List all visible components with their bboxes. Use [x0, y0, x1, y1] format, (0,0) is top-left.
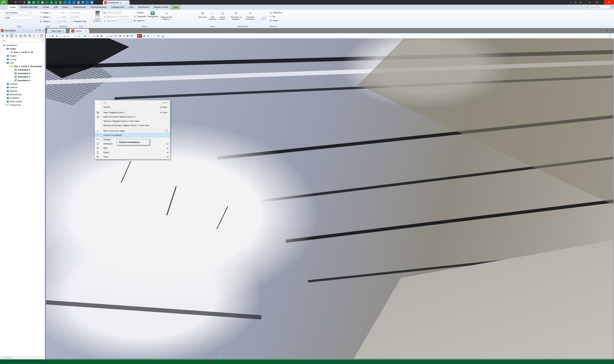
- ribbon-tab-maptek-extend[interactable]: Maptek Extend: [152, 5, 171, 10]
- saved-views-button[interactable]: ❏ Saved Views ▼: [218, 11, 227, 25]
- sidebar-scroll-edge[interactable]: [44, 28, 45, 182]
- polygon-crop-button[interactable]: ◇Polygon Crop: [71, 19, 91, 24]
- app-tab-pointstudio[interactable]: PointStudio ✕: [103, 0, 130, 5]
- tab-start-page[interactable]: ⌂ Start Page ✕: [47, 29, 66, 33]
- tree-item-annotations[interactable]: Annotations: [0, 43, 44, 47]
- menu-item-extract-annotations[interactable]: Extract Annotations: [95, 133, 170, 137]
- green-grid-icon[interactable]: ▦: [118, 34, 122, 38]
- window-frame-icon[interactable]: ▣▼: [126, 34, 130, 38]
- orbit-icon[interactable]: ◉: [123, 34, 126, 38]
- filter-input[interactable]: Filter: [1, 39, 44, 42]
- panel-close-icon[interactable]: ✕: [42, 29, 44, 32]
- clip-plane-icon[interactable]: ▱: [67, 34, 71, 38]
- freehand-transform-button[interactable]: ↻ Freehand Transform ▼: [244, 11, 257, 25]
- calculator-tool-icon[interactable]: ▩: [41, 0, 44, 4]
- select-line-icon[interactable]: [14, 33, 18, 38]
- select-points-icon[interactable]: [10, 33, 14, 38]
- tree-item-scans[interactable]: ▼scans: [0, 47, 44, 51]
- survey-tool-icon[interactable]: ♀: [63, 0, 67, 4]
- report-tool-icon[interactable]: ▤: [32, 0, 36, 4]
- select-lasso-icon[interactable]: [32, 33, 36, 38]
- tree-item-surfaces[interactable]: surfaces: [0, 82, 44, 86]
- opacity-slider[interactable]: [114, 16, 126, 17]
- pattern-select-icon[interactable]: [40, 33, 44, 38]
- panel-menu-icon[interactable]: ▼: [36, 29, 37, 32]
- export-button[interactable]: ⇱Export▼: [40, 15, 56, 19]
- menu-item-view-scan-from-origin[interactable]: View Scan from OriginO: [95, 129, 170, 133]
- crop-button[interactable]: ⊡Crop: [71, 15, 91, 19]
- section-ellipse-icon[interactable]: ◎▼: [110, 34, 114, 38]
- new-view-button[interactable]: ⊞ New View: [198, 11, 207, 25]
- paste-button[interactable]: ▤Paste: [58, 19, 69, 24]
- tab-close-icon[interactable]: ✕: [62, 30, 64, 32]
- app-tab-close-icon[interactable]: ✕: [120, 1, 122, 4]
- menu-item-remove-maptek-scans-1-from-view[interactable]: Remove "Maptek Scans 1" from View: [95, 119, 170, 123]
- select-cube-icon[interactable]: [28, 33, 32, 38]
- ribbon-tab-query[interactable]: Query: [60, 5, 71, 10]
- set-centre-rotation-button[interactable]: ✥ Set Centre of Rotation: [229, 11, 243, 25]
- threshold-button[interactable]: ⇅Threshold: [133, 15, 146, 18]
- filter-funnel-icon[interactable]: [41, 39, 43, 42]
- menu-item-remove-all-except-maptek-scans-1-from-view[interactable]: Remove All Except "Maptek Scans 1" from …: [95, 123, 170, 128]
- tab-close-icon[interactable]: ✕: [85, 30, 87, 32]
- project-explorer-icon[interactable]: ▦: [27, 0, 31, 4]
- selection-box-icon[interactable]: ▨: [78, 34, 81, 38]
- ribbon-tab-underground[interactable]: Underground: [109, 5, 126, 10]
- tree-item-survey[interactable]: survey: [0, 57, 44, 61]
- copy-button[interactable]: ▱Copy: [58, 15, 69, 19]
- tree-item-annotation-1[interactable]: Annotation 1: [0, 68, 44, 72]
- image-tool-icon[interactable]: ▲: [50, 0, 53, 4]
- invert-selection-button[interactable]: ▞Invert: [269, 19, 283, 22]
- import-data-icon[interactable]: ↓: [45, 0, 49, 4]
- colour-scheme-button[interactable]: Colour Scheme ▼: [93, 11, 102, 25]
- ribbon-tab-view[interactable]: View: [171, 5, 180, 10]
- select-rect-icon[interactable]: [23, 33, 27, 38]
- menu-item-edit[interactable]: Edit▶: [95, 146, 170, 150]
- flag-tool-icon[interactable]: ⚑: [81, 0, 85, 4]
- pin-icon[interactable]: [39, 29, 41, 32]
- project-button[interactable]: ▤Project▼: [40, 19, 56, 24]
- centre-axes-icon[interactable]: ↕: [59, 34, 63, 38]
- snap-mode-icon[interactable]: ✳: [73, 34, 77, 38]
- grid-icon[interactable]: ▦: [100, 34, 103, 38]
- console-icon[interactable]: >_: [85, 0, 89, 4]
- tree-item-annotation-4[interactable]: Annotation 4: [0, 78, 44, 82]
- lighting-icon[interactable]: ●▼: [88, 34, 91, 38]
- menu-item-cancel[interactable]: CancelEscape: [95, 105, 170, 109]
- annotate-grid-icon[interactable]: ▤▼: [114, 34, 118, 38]
- redo-icon[interactable]: ↷: [18, 0, 22, 4]
- select-by-button[interactable]: ◪Select By▼: [269, 11, 283, 14]
- tree-expand-icon[interactable]: ▼: [4, 62, 6, 64]
- distance-from-objects-button[interactable]: ∞ Distance from Objects ▼: [160, 11, 173, 25]
- legend-button[interactable]: ▦Legend▼: [133, 19, 146, 22]
- tab-scans[interactable]: /scans, ... ✕: [70, 29, 89, 33]
- linestyle-select[interactable]: Solid▼: [4, 16, 36, 19]
- graded-button[interactable]: ↕Graded: [133, 11, 146, 14]
- text-tool-icon[interactable]: A: [54, 0, 58, 4]
- tree-expand-icon[interactable]: ▼: [4, 48, 6, 50]
- zoom-data-icon[interactable]: ▣: [55, 34, 58, 38]
- tree-expand-icon[interactable]: ▼: [8, 65, 10, 67]
- ribbon-tab-home[interactable]: Home: [7, 5, 18, 10]
- thickness-select[interactable]: 1px Thickness▼: [4, 11, 32, 14]
- sync-icon[interactable]: ↻: [23, 0, 27, 4]
- document-tool-icon[interactable]: ▯: [72, 0, 76, 4]
- tree-item-block-models[interactable]: block models: [0, 100, 44, 103]
- task-list-icon[interactable]: ≡: [36, 0, 40, 4]
- console-window-icon[interactable]: ▣: [90, 0, 94, 4]
- menu-item-view[interactable]: View▶: [95, 155, 170, 159]
- apps-grid-icon[interactable]: ▦: [76, 0, 80, 4]
- smart-select-button[interactable]: ∴∵ Smart Select ▼: [259, 11, 268, 25]
- select-lasso-dropdown-icon[interactable]: ▼: [37, 35, 38, 36]
- tree-item-test-1-1xc2l-f-04-annotati-[interactable]: ▼Test_1_1xC2L-F_04 annotati..: [0, 65, 44, 68]
- pan-hand-icon[interactable]: [1, 33, 5, 38]
- ribbon-tab-position-and-filter[interactable]: Position and Filter: [18, 5, 40, 10]
- photographic-button[interactable]: ▲ Photographic ▼: [147, 11, 158, 25]
- import-button[interactable]: ⇲Import▼: [40, 11, 56, 15]
- ribbon-tab-labs[interactable]: Labs: [126, 5, 136, 10]
- solids-tool-icon[interactable]: ◇: [68, 0, 71, 4]
- camera-view-icon[interactable]: ◉▼: [84, 34, 87, 38]
- tree-item-annotation-3[interactable]: Annotation 3: [0, 75, 44, 78]
- select-polygon-icon[interactable]: [19, 33, 23, 38]
- tree-item-legends[interactable]: legends: [0, 89, 44, 93]
